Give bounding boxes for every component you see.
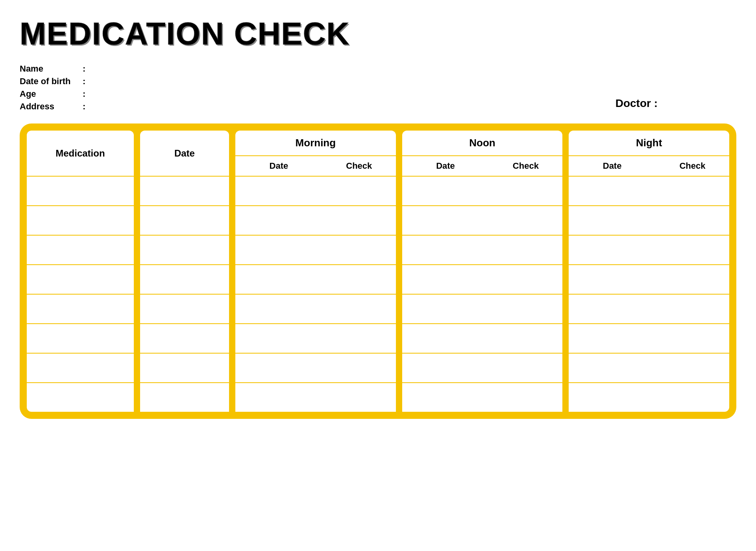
dob-colon: : bbox=[83, 76, 85, 87]
dob-label: Date of birth bbox=[20, 76, 83, 87]
medication-cell[interactable] bbox=[27, 294, 134, 323]
night-check-cell[interactable] bbox=[656, 294, 729, 323]
date-cell[interactable] bbox=[140, 205, 229, 235]
noon-date-cell[interactable] bbox=[402, 353, 489, 382]
medication-cell[interactable] bbox=[27, 353, 134, 382]
morning-date-cell[interactable] bbox=[235, 382, 322, 412]
noon-date-cell[interactable] bbox=[402, 205, 489, 235]
dob-row: Date of birth : bbox=[20, 76, 89, 87]
date-cell[interactable] bbox=[140, 294, 229, 323]
address-colon: : bbox=[83, 101, 85, 112]
address-label: Address bbox=[20, 101, 83, 112]
medication-cell[interactable] bbox=[27, 235, 134, 264]
night-date-cell[interactable] bbox=[569, 264, 656, 294]
table-row[interactable] bbox=[27, 323, 729, 353]
morning-check-cell[interactable] bbox=[322, 235, 396, 264]
age-label: Age bbox=[20, 89, 83, 99]
noon-date-subheader: Date bbox=[402, 155, 489, 176]
morning-date-cell[interactable] bbox=[235, 294, 322, 323]
night-check-cell[interactable] bbox=[656, 353, 729, 382]
morning-check-cell[interactable] bbox=[322, 323, 396, 353]
table-container: Medication Date Morning Noon Night Date … bbox=[20, 123, 736, 419]
noon-check-cell[interactable] bbox=[489, 294, 562, 323]
table-row[interactable] bbox=[27, 382, 729, 412]
noon-check-cell[interactable] bbox=[489, 264, 562, 294]
night-date-cell[interactable] bbox=[569, 353, 656, 382]
morning-date-cell[interactable] bbox=[235, 205, 322, 235]
night-date-cell[interactable] bbox=[569, 176, 656, 205]
night-date-cell[interactable] bbox=[569, 382, 656, 412]
night-date-cell[interactable] bbox=[569, 323, 656, 353]
morning-date-cell[interactable] bbox=[235, 353, 322, 382]
table-row[interactable] bbox=[27, 353, 729, 382]
morning-date-cell[interactable] bbox=[235, 264, 322, 294]
table-row[interactable] bbox=[27, 294, 729, 323]
morning-check-subheader: Check bbox=[322, 155, 396, 176]
noon-check-cell[interactable] bbox=[489, 176, 562, 205]
night-date-cell[interactable] bbox=[569, 235, 656, 264]
morning-date-cell[interactable] bbox=[235, 235, 322, 264]
noon-check-cell[interactable] bbox=[489, 382, 562, 412]
morning-check-cell[interactable] bbox=[322, 382, 396, 412]
age-row: Age : bbox=[20, 89, 89, 99]
date-cell[interactable] bbox=[140, 382, 229, 412]
noon-date-cell[interactable] bbox=[402, 235, 489, 264]
medication-cell[interactable] bbox=[27, 176, 134, 205]
medication-col-header: Medication bbox=[27, 131, 134, 176]
morning-check-cell[interactable] bbox=[322, 353, 396, 382]
table-body bbox=[27, 176, 729, 412]
noon-date-cell[interactable] bbox=[402, 294, 489, 323]
date-cell[interactable] bbox=[140, 353, 229, 382]
noon-check-cell[interactable] bbox=[489, 205, 562, 235]
table-row[interactable] bbox=[27, 264, 729, 294]
age-colon: : bbox=[83, 89, 85, 99]
address-row: Address : bbox=[20, 101, 89, 112]
noon-check-cell[interactable] bbox=[489, 235, 562, 264]
morning-check-cell[interactable] bbox=[322, 176, 396, 205]
night-check-cell[interactable] bbox=[656, 235, 729, 264]
night-check-subheader: Check bbox=[656, 155, 729, 176]
morning-check-cell[interactable] bbox=[322, 294, 396, 323]
medication-cell[interactable] bbox=[27, 382, 134, 412]
noon-check-cell[interactable] bbox=[489, 323, 562, 353]
name-row: Name : bbox=[20, 64, 89, 74]
morning-date-subheader: Date bbox=[235, 155, 322, 176]
noon-check-subheader: Check bbox=[489, 155, 562, 176]
morning-check-cell[interactable] bbox=[322, 264, 396, 294]
noon-check-cell[interactable] bbox=[489, 353, 562, 382]
table-row[interactable] bbox=[27, 205, 729, 235]
night-check-cell[interactable] bbox=[656, 382, 729, 412]
table-row[interactable] bbox=[27, 235, 729, 264]
morning-col-header: Morning bbox=[235, 131, 396, 155]
date-cell[interactable] bbox=[140, 176, 229, 205]
noon-date-cell[interactable] bbox=[402, 323, 489, 353]
medication-table: Medication Date Morning Noon Night Date … bbox=[27, 131, 729, 412]
medication-cell[interactable] bbox=[27, 205, 134, 235]
medication-cell[interactable] bbox=[27, 323, 134, 353]
date-cell[interactable] bbox=[140, 264, 229, 294]
doctor-field: Doctor : bbox=[616, 97, 658, 110]
medication-cell[interactable] bbox=[27, 264, 134, 294]
date-col-header: Date bbox=[140, 131, 229, 176]
night-check-cell[interactable] bbox=[656, 264, 729, 294]
morning-check-cell[interactable] bbox=[322, 205, 396, 235]
night-date-subheader: Date bbox=[569, 155, 656, 176]
night-check-cell[interactable] bbox=[656, 323, 729, 353]
morning-date-cell[interactable] bbox=[235, 323, 322, 353]
name-label: Name bbox=[20, 64, 83, 74]
night-date-cell[interactable] bbox=[569, 205, 656, 235]
night-date-cell[interactable] bbox=[569, 294, 656, 323]
patient-info-section: Name : Date of birth : Age : Address : D… bbox=[20, 64, 736, 112]
table-row[interactable] bbox=[27, 176, 729, 205]
page-title: MEDICATION CHECK bbox=[20, 16, 736, 52]
name-colon: : bbox=[83, 64, 85, 74]
header-row-1: Medication Date Morning Noon Night bbox=[27, 131, 729, 155]
date-cell[interactable] bbox=[140, 235, 229, 264]
noon-date-cell[interactable] bbox=[402, 264, 489, 294]
date-cell[interactable] bbox=[140, 323, 229, 353]
noon-date-cell[interactable] bbox=[402, 382, 489, 412]
night-check-cell[interactable] bbox=[656, 205, 729, 235]
night-check-cell[interactable] bbox=[656, 176, 729, 205]
morning-date-cell[interactable] bbox=[235, 176, 322, 205]
noon-date-cell[interactable] bbox=[402, 176, 489, 205]
